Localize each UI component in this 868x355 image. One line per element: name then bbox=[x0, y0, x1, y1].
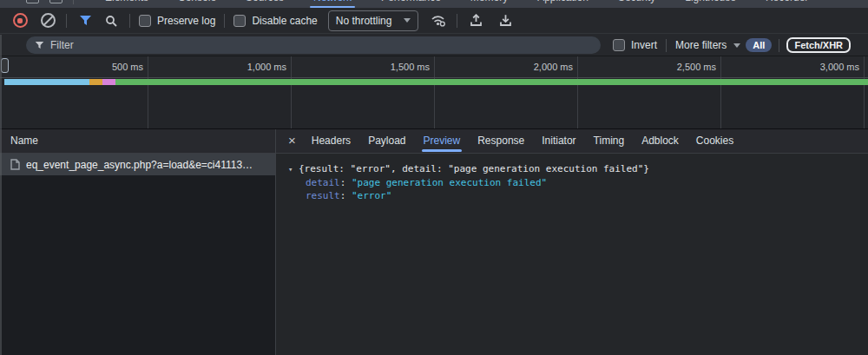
expand-triangle-icon[interactable]: ▾ bbox=[288, 162, 299, 176]
request-details-panel: × Headers Payload Preview Response Initi… bbox=[276, 128, 868, 355]
tab-network[interactable]: Network bbox=[312, 0, 353, 8]
network-overview[interactable]: 500 ms 1,000 ms 1,500 ms 2,000 ms 2,500 … bbox=[0, 56, 868, 129]
tab-response[interactable]: Response bbox=[469, 128, 533, 153]
json-value: "error" bbox=[352, 190, 391, 201]
divider bbox=[73, 0, 74, 4]
overview-waterfall-bar[interactable] bbox=[4, 79, 868, 85]
json-summary: {result: "error", detail: "page generati… bbox=[299, 162, 649, 175]
throttling-value: No throttling bbox=[336, 15, 392, 27]
devtools-network-panel: Elements Console Sources Network Perform… bbox=[0, 0, 868, 355]
network-bottom-split: Name eq_event_page_async.php?a=load&e=ci… bbox=[0, 128, 868, 355]
divider bbox=[129, 14, 130, 28]
divider bbox=[66, 14, 67, 28]
throttling-dropdown[interactable]: No throttling bbox=[328, 10, 419, 31]
disable-cache-label: Disable cache bbox=[252, 15, 317, 27]
clear-button[interactable] bbox=[38, 11, 57, 30]
devtools-tab-bar: Elements Console Sources Network Perform… bbox=[0, 0, 868, 8]
divider bbox=[224, 14, 225, 28]
key-separator: : bbox=[340, 190, 352, 201]
filter-input[interactable]: Filter bbox=[26, 36, 601, 54]
divider bbox=[779, 39, 779, 52]
json-key: detail bbox=[306, 177, 340, 188]
ruler-divider bbox=[0, 77, 868, 78]
bar-segment-green bbox=[115, 79, 868, 85]
tab-lighthouse[interactable]: Lighthouse bbox=[683, 0, 738, 8]
tab-application[interactable]: Application bbox=[536, 0, 590, 8]
tab-preview[interactable]: Preview bbox=[415, 128, 470, 153]
tick-label: 3,000 ms bbox=[721, 56, 865, 77]
tab-timing[interactable]: Timing bbox=[585, 128, 634, 153]
bar-segment-orange bbox=[89, 79, 102, 85]
disable-cache-checkbox[interactable]: Disable cache bbox=[233, 15, 317, 27]
request-row[interactable]: eq_event_page_async.php?a=load&e=ci41113… bbox=[0, 154, 275, 175]
tab-headers[interactable]: Headers bbox=[303, 128, 359, 153]
json-property-row[interactable]: result: "error" bbox=[288, 189, 868, 202]
tab-sources[interactable]: Sources bbox=[244, 0, 286, 8]
json-root-row[interactable]: ▾ {result: "error", detail: "page genera… bbox=[288, 162, 868, 176]
tab-elements[interactable]: Elements bbox=[103, 0, 150, 8]
filter-chip-fetch-xhr[interactable]: Fetch/XHR bbox=[786, 37, 851, 53]
invert-checkbox[interactable]: Invert bbox=[613, 39, 657, 51]
network-conditions-icon[interactable] bbox=[429, 11, 448, 30]
overview-window-grip[interactable] bbox=[1, 58, 9, 73]
tick-label: 2,000 ms bbox=[435, 56, 578, 77]
details-tab-bar: × Headers Payload Preview Response Initi… bbox=[276, 128, 868, 154]
filter-placeholder: Filter bbox=[50, 39, 74, 51]
json-value: "page generation execution failed" bbox=[352, 177, 547, 188]
close-icon[interactable]: × bbox=[286, 134, 303, 148]
import-har-icon[interactable] bbox=[466, 11, 485, 30]
tab-performance[interactable]: Performance bbox=[379, 0, 443, 8]
network-filter-bar: Filter Invert More filters All Fetch/XHR bbox=[0, 35, 868, 56]
document-icon bbox=[10, 159, 20, 170]
request-name: eq_event_page_async.php?a=load&e=ci41113… bbox=[26, 159, 253, 171]
name-column-label: Name bbox=[10, 135, 38, 147]
tab-console[interactable]: Console bbox=[176, 0, 218, 8]
divider bbox=[457, 14, 457, 28]
checkbox-icon bbox=[613, 39, 625, 51]
record-button[interactable] bbox=[10, 11, 30, 30]
divider bbox=[666, 39, 667, 52]
preserve-log-label: Preserve log bbox=[157, 15, 215, 27]
tick-label: 1,000 ms bbox=[148, 56, 292, 77]
preserve-log-checkbox[interactable]: Preserve log bbox=[139, 15, 215, 27]
name-column-header[interactable]: Name bbox=[0, 128, 275, 154]
checkbox-icon bbox=[233, 15, 246, 27]
filter-chip-all[interactable]: All bbox=[746, 38, 772, 52]
export-har-icon[interactable] bbox=[496, 11, 515, 30]
tab-cookies[interactable]: Cookies bbox=[687, 128, 742, 153]
chevron-down-icon bbox=[404, 18, 411, 23]
device-toolbar-icon[interactable] bbox=[49, 0, 62, 3]
more-filters-label: More filters bbox=[675, 39, 727, 51]
tick-label: 2,500 ms bbox=[578, 56, 721, 77]
chevron-down-icon bbox=[733, 43, 740, 48]
preview-content: ▾ {result: "error", detail: "page genera… bbox=[276, 154, 868, 202]
network-toolbar: Preserve log Disable cache No throttling bbox=[0, 8, 868, 34]
tab-adblock[interactable]: Adblock bbox=[633, 128, 687, 153]
search-icon[interactable] bbox=[102, 11, 121, 30]
checkbox-icon bbox=[139, 15, 151, 27]
inspect-element-icon[interactable] bbox=[26, 0, 39, 3]
bar-segment-blue bbox=[4, 79, 89, 85]
json-key: result bbox=[306, 190, 340, 201]
filter-toggle-icon[interactable] bbox=[76, 11, 95, 30]
invert-label: Invert bbox=[631, 39, 657, 51]
tick-label: 500 ms bbox=[5, 56, 148, 77]
more-filters-button[interactable]: More filters bbox=[675, 39, 740, 51]
tab-recorder[interactable]: Recorder bbox=[764, 0, 810, 8]
tab-payload[interactable]: Payload bbox=[359, 128, 414, 153]
requests-panel: Name eq_event_page_async.php?a=load&e=ci… bbox=[0, 128, 276, 355]
tick-label: 1,500 ms bbox=[292, 56, 435, 77]
funnel-icon bbox=[35, 41, 44, 49]
tab-security[interactable]: Security bbox=[616, 0, 657, 8]
tab-initiator[interactable]: Initiator bbox=[533, 128, 584, 153]
json-property-row[interactable]: detail: "page generation execution faile… bbox=[288, 176, 868, 189]
bar-segment-pink bbox=[102, 79, 115, 85]
key-separator: : bbox=[340, 177, 352, 188]
tab-memory[interactable]: Memory bbox=[469, 0, 510, 8]
